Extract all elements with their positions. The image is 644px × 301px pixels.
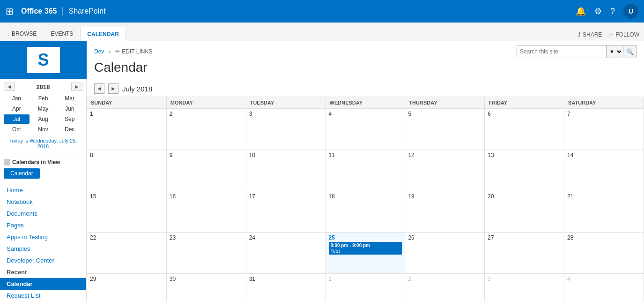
- table-row[interactable]: 3: [485, 274, 564, 301]
- sidebar-item-developer-center[interactable]: Developer Center: [0, 255, 86, 266]
- tab-browse[interactable]: BROWSE: [5, 26, 44, 41]
- table-row[interactable]: 2: [405, 274, 485, 301]
- mini-cal-nov[interactable]: Nov: [30, 125, 56, 134]
- table-row[interactable]: 8: [87, 150, 167, 191]
- mini-cal-apr[interactable]: Apr: [4, 104, 30, 113]
- help-icon[interactable]: ?: [610, 7, 615, 16]
- calendar-main: ◄ ► July 2018 SUNDAY MONDAY TUESDAY WEDN…: [87, 79, 644, 301]
- waffle-icon[interactable]: ⊞: [6, 6, 14, 17]
- table-row[interactable]: 26: [405, 233, 485, 274]
- search-scope-select[interactable]: ▼: [606, 45, 623, 58]
- table-row[interactable]: 15: [87, 191, 167, 233]
- day-number: 18: [329, 193, 402, 200]
- table-row[interactable]: 28: [564, 233, 644, 274]
- table-row[interactable]: 24: [246, 233, 326, 274]
- calendar-header-row: SUNDAY MONDAY TUESDAY WEDNESDAY THURSDAY…: [87, 97, 644, 109]
- table-row[interactable]: 5: [405, 109, 485, 150]
- mini-cal-dec[interactable]: Dec: [57, 125, 82, 134]
- table-row[interactable]: 16: [166, 191, 246, 233]
- day-number: 11: [329, 152, 402, 158]
- table-row[interactable]: 2: [166, 109, 246, 150]
- sidebar-item-home[interactable]: Home: [0, 184, 86, 196]
- mini-cal-sep[interactable]: Sep: [57, 114, 82, 124]
- share-button[interactable]: ⤴ SHARE: [578, 31, 602, 38]
- table-row[interactable]: 20: [485, 191, 564, 233]
- mini-cal-today[interactable]: Today is Wednesday, July 25, 2018: [4, 138, 82, 149]
- table-row[interactable]: 18: [326, 191, 405, 233]
- sidebar-item-notebook[interactable]: Notebook: [0, 196, 86, 208]
- table-row[interactable]: 29: [87, 274, 167, 301]
- day-number: 17: [249, 193, 323, 200]
- bell-icon[interactable]: 🔔: [576, 6, 586, 16]
- sidebar-item-apps-testing[interactable]: Apps in Testing: [0, 231, 86, 243]
- table-row[interactable]: 258:00 pm - 9:00 pmTest: [326, 233, 405, 274]
- sharepoint-logo-s: S: [37, 50, 49, 70]
- mini-cal-jun[interactable]: Jun: [57, 104, 82, 113]
- calendar-next-button[interactable]: ►: [108, 83, 118, 94]
- sidebar-item-request-list[interactable]: Request List: [0, 290, 86, 301]
- sidebar-item-documents[interactable]: Documents: [0, 208, 86, 219]
- site-header-content: Dev › ✏ EDIT LINKS ▼ 🔍 Calendar: [87, 41, 644, 79]
- calendar-prev-button[interactable]: ◄: [94, 83, 104, 94]
- mini-cal-oct[interactable]: Oct: [4, 125, 30, 134]
- sidebar-item-pages[interactable]: Pages: [0, 219, 86, 231]
- table-row[interactable]: 1: [87, 109, 167, 150]
- table-row[interactable]: 30: [166, 274, 246, 301]
- table-row[interactable]: 14: [564, 150, 644, 191]
- mini-cal-feb[interactable]: Feb: [30, 94, 56, 103]
- calendar-button[interactable]: Calendar: [4, 168, 40, 179]
- mini-cal-may[interactable]: May: [30, 104, 56, 113]
- day-number: 6: [488, 111, 561, 117]
- table-row[interactable]: 13: [485, 150, 564, 191]
- day-number: 27: [488, 234, 561, 241]
- calendar-week-row: 2930311234: [87, 274, 644, 301]
- share-icon: ⤴: [578, 31, 581, 38]
- mini-cal-prev[interactable]: ◄: [4, 83, 15, 91]
- search-button[interactable]: 🔍: [623, 45, 636, 58]
- table-row[interactable]: 3: [246, 109, 326, 150]
- tab-calendar[interactable]: CALENDAR: [80, 27, 126, 41]
- today-link[interactable]: Today is Wednesday, July 25, 2018: [9, 138, 77, 149]
- table-row[interactable]: 10: [246, 150, 326, 191]
- mini-cal-next[interactable]: ►: [71, 83, 82, 91]
- table-row[interactable]: 11: [326, 150, 405, 191]
- table-row[interactable]: 4: [564, 274, 644, 301]
- table-row[interactable]: 1: [326, 274, 405, 301]
- gear-icon[interactable]: ⚙: [594, 6, 602, 16]
- sidebar-item-samples[interactable]: Samples: [0, 243, 86, 255]
- follow-button[interactable]: ☆ FOLLOW: [608, 31, 639, 38]
- mini-cal-aug[interactable]: Aug: [30, 114, 56, 124]
- search-box: ▼ 🔍: [517, 45, 637, 58]
- day-number: 20: [488, 193, 561, 200]
- table-row[interactable]: 22: [87, 233, 167, 274]
- sharepoint-label[interactable]: SharePoint: [68, 7, 105, 15]
- table-row[interactable]: 6: [485, 109, 564, 150]
- table-row[interactable]: 17: [246, 191, 326, 233]
- search-input[interactable]: [517, 48, 606, 55]
- table-row[interactable]: 12: [405, 150, 485, 191]
- avatar[interactable]: U: [623, 4, 638, 19]
- table-row[interactable]: 21: [564, 191, 644, 233]
- tab-events[interactable]: EVENTS: [44, 26, 80, 41]
- list-item[interactable]: 8:00 pm - 9:00 pmTest: [329, 242, 402, 255]
- table-row[interactable]: 4: [326, 109, 405, 150]
- calendar-grid: SUNDAY MONDAY TUESDAY WEDNESDAY THURSDAY…: [87, 97, 644, 301]
- day-number: 30: [170, 276, 243, 282]
- mini-cal-jan[interactable]: Jan: [4, 94, 30, 103]
- site-header: S Dev › ✏ EDIT LINKS ▼ 🔍 Calendar: [0, 41, 644, 79]
- breadcrumb-dev[interactable]: Dev: [94, 48, 104, 55]
- share-label: SHARE: [583, 31, 602, 38]
- sidebar-item-calendar[interactable]: Calendar: [0, 278, 86, 290]
- edit-links-button[interactable]: ✏ EDIT LINKS: [115, 48, 152, 55]
- mini-cal-year: 2018: [37, 83, 50, 90]
- site-logo-inner: S: [27, 47, 60, 73]
- mini-cal-mar[interactable]: Mar: [57, 94, 82, 103]
- table-row[interactable]: 7: [564, 109, 644, 150]
- table-row[interactable]: 31: [246, 274, 326, 301]
- table-row[interactable]: 27: [485, 233, 564, 274]
- mini-cal-jul[interactable]: Jul: [4, 114, 30, 124]
- office365-label[interactable]: Office 365: [21, 7, 63, 15]
- table-row[interactable]: 19: [405, 191, 485, 233]
- table-row[interactable]: 9: [166, 150, 246, 191]
- table-row[interactable]: 23: [166, 233, 246, 274]
